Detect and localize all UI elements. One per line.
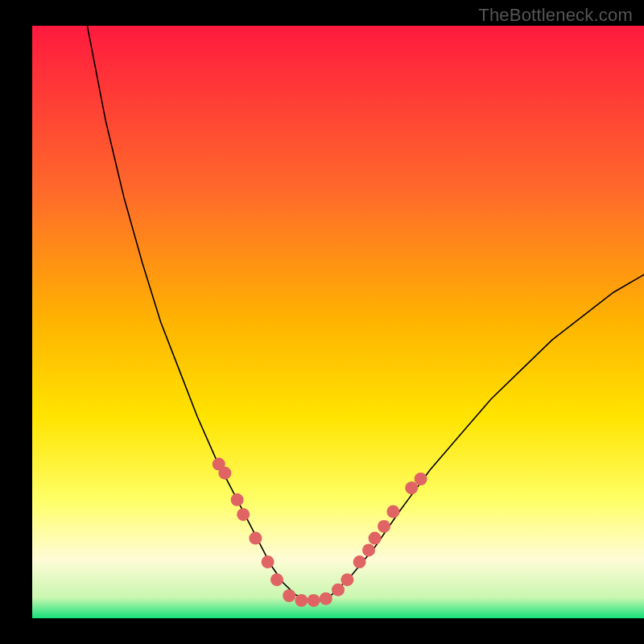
data-marker bbox=[262, 555, 275, 568]
data-marker bbox=[249, 532, 262, 545]
data-marker bbox=[362, 543, 375, 556]
data-marker bbox=[332, 584, 345, 597]
data-marker bbox=[415, 473, 427, 485]
bottleneck-chart bbox=[0, 0, 644, 644]
data-marker bbox=[320, 592, 332, 605]
data-marker bbox=[308, 594, 320, 607]
data-marker bbox=[231, 493, 244, 506]
plot-area bbox=[32, 26, 644, 618]
data-marker bbox=[295, 594, 308, 607]
data-marker bbox=[237, 508, 250, 521]
watermark-text: TheBottleneck.com bbox=[478, 5, 633, 26]
data-marker bbox=[369, 532, 382, 545]
data-marker bbox=[270, 573, 283, 586]
data-marker bbox=[341, 573, 353, 586]
data-marker bbox=[378, 520, 390, 533]
data-marker bbox=[283, 589, 295, 602]
data-marker bbox=[386, 506, 399, 518]
chart-container: TheBottleneck.com bbox=[0, 0, 644, 644]
data-marker bbox=[218, 467, 231, 480]
data-marker bbox=[353, 555, 366, 568]
